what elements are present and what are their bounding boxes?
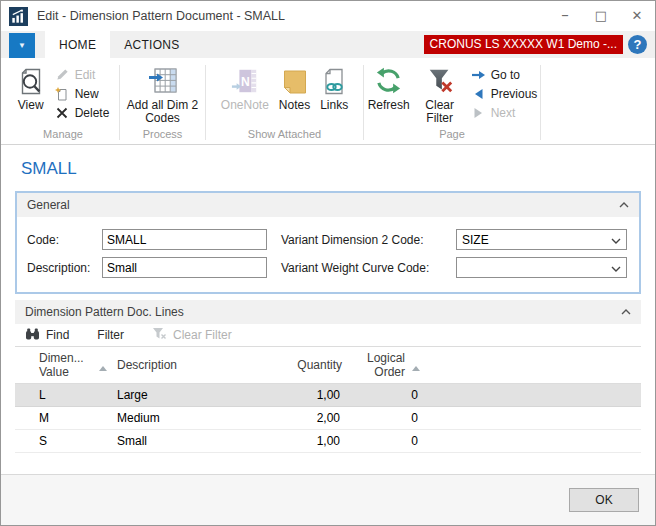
general-section: General Code: Variant Dimension 2 Code: … bbox=[15, 191, 641, 294]
cell-quantity[interactable]: 1,00 bbox=[282, 434, 342, 448]
go-to-button[interactable]: Go to bbox=[467, 65, 542, 84]
minimize-button[interactable]: – bbox=[547, 1, 583, 29]
links-button[interactable]: Links bbox=[315, 61, 353, 112]
clear-filter-line-label: Clear Filter bbox=[173, 328, 232, 342]
help-icon[interactable]: ? bbox=[628, 35, 647, 54]
sort-ascending-icon[interactable] bbox=[99, 366, 117, 371]
lines-toolbar: Find Filter Clear Filter bbox=[15, 324, 641, 347]
delete-button[interactable]: Delete bbox=[51, 103, 114, 122]
ribbon-group-process: Add all Dim 2 Codes Process bbox=[120, 61, 205, 144]
clear-filter-icon bbox=[426, 65, 454, 95]
ribbon-group-show-attached: N OneNote Notes Links Show Atta bbox=[206, 61, 363, 144]
new-button[interactable]: New bbox=[51, 84, 114, 103]
column-header-description[interactable]: Description bbox=[117, 358, 282, 372]
onenote-button-label: OneNote bbox=[221, 99, 269, 112]
go-to-arrow-icon bbox=[471, 67, 486, 82]
tab-actions[interactable]: ACTIONS bbox=[110, 31, 193, 58]
table-row[interactable]: M Medium 2,00 0 bbox=[15, 407, 641, 430]
delete-x-icon bbox=[55, 105, 70, 120]
clear-filter-line-button[interactable]: Clear Filter bbox=[152, 327, 232, 343]
cell-quantity[interactable]: 2,00 bbox=[282, 411, 342, 425]
chevron-down-icon: ▼ bbox=[18, 41, 26, 50]
sticky-note-icon bbox=[282, 65, 308, 95]
filter-label: Filter bbox=[97, 328, 124, 342]
code-input[interactable] bbox=[102, 229, 267, 250]
dialog-footer: OK bbox=[1, 474, 655, 525]
cell-description[interactable]: Medium bbox=[117, 411, 282, 425]
notes-button-label: Notes bbox=[279, 99, 310, 112]
find-button[interactable]: Find bbox=[25, 327, 69, 343]
table-row[interactable]: S Small 1,00 0 bbox=[15, 430, 641, 453]
ribbon-group-label-show-attached: Show Attached bbox=[206, 128, 363, 144]
window-controls: – □ ✕ bbox=[547, 1, 655, 29]
pencil-icon bbox=[55, 67, 70, 82]
cell-description[interactable]: Small bbox=[117, 434, 282, 448]
column-header-logical-order[interactable]: Logical Order bbox=[342, 351, 420, 379]
onenote-button[interactable]: N OneNote bbox=[216, 61, 274, 112]
tab-home[interactable]: HOME bbox=[45, 31, 110, 58]
cell-quantity[interactable]: 1,00 bbox=[282, 388, 342, 402]
application-menu-button[interactable]: ▼ bbox=[9, 33, 35, 58]
column-header-quantity[interactable]: Quantity bbox=[282, 358, 342, 372]
add-all-dim2-label: Add all Dim 2 Codes bbox=[127, 99, 199, 125]
new-document-icon bbox=[55, 86, 70, 101]
general-section-header[interactable]: General bbox=[17, 193, 639, 217]
dropdown-chevron-icon[interactable] bbox=[611, 261, 621, 275]
ok-button[interactable]: OK bbox=[569, 488, 639, 512]
cell-logical-order[interactable]: 0 bbox=[342, 388, 420, 402]
lines-section-title: Dimension Pattern Doc. Lines bbox=[25, 305, 184, 319]
maximize-button[interactable]: □ bbox=[583, 1, 619, 29]
sort-ascending-icon[interactable] bbox=[412, 366, 420, 371]
ribbon: View Edit New bbox=[1, 58, 655, 145]
view-button-label: View bbox=[18, 99, 44, 112]
code-label: Code: bbox=[27, 233, 102, 247]
dynamics-nav-app-icon bbox=[9, 7, 28, 26]
cell-logical-order[interactable]: 0 bbox=[342, 411, 420, 425]
close-button[interactable]: ✕ bbox=[619, 1, 655, 29]
cell-logical-order[interactable]: 0 bbox=[342, 434, 420, 448]
cell-description[interactable]: Large bbox=[117, 388, 282, 402]
next-button[interactable]: Next bbox=[467, 103, 542, 122]
column-header-dimension-value[interactable]: Dimen... Value bbox=[39, 351, 99, 379]
lines-section-header[interactable]: Dimension Pattern Doc. Lines bbox=[15, 300, 641, 324]
go-to-label: Go to bbox=[491, 68, 520, 82]
links-icon bbox=[321, 65, 347, 95]
table-grid-arrow-icon bbox=[148, 65, 178, 95]
view-button[interactable]: View bbox=[13, 61, 49, 112]
links-button-label: Links bbox=[320, 99, 348, 112]
binoculars-icon bbox=[25, 327, 40, 343]
table-row[interactable]: L Large 1,00 0 bbox=[15, 384, 641, 407]
previous-label: Previous bbox=[491, 87, 538, 101]
filter-button[interactable]: Filter bbox=[97, 328, 124, 342]
page-content: SMALL General Code: Variant Dimension 2 … bbox=[1, 145, 655, 474]
variant-weight-curve-code-label: Variant Weight Curve Code: bbox=[281, 261, 456, 275]
edit-button[interactable]: Edit bbox=[51, 65, 114, 84]
refresh-button[interactable]: Refresh bbox=[363, 61, 415, 112]
variant-dimension-2-code-value: SIZE bbox=[462, 233, 611, 247]
dropdown-chevron-icon[interactable] bbox=[611, 233, 621, 247]
notes-button[interactable]: Notes bbox=[274, 61, 315, 112]
collapse-chevron-icon[interactable] bbox=[619, 202, 629, 208]
cell-dimension-value[interactable]: M bbox=[39, 411, 99, 425]
ribbon-group-manage: View Edit New bbox=[7, 61, 119, 144]
previous-triangle-icon bbox=[471, 86, 486, 101]
previous-button[interactable]: Previous bbox=[467, 84, 542, 103]
collapse-chevron-icon[interactable] bbox=[621, 309, 631, 315]
description-input[interactable] bbox=[102, 257, 267, 278]
app-window: Edit - Dimension Pattern Document - SMAL… bbox=[0, 0, 656, 526]
clear-filter-button[interactable]: Clear Filter bbox=[415, 61, 465, 125]
ribbon-group-label-page: Page bbox=[364, 128, 540, 144]
next-triangle-icon bbox=[471, 105, 486, 120]
cell-dimension-value[interactable]: S bbox=[39, 434, 99, 448]
refresh-button-label: Refresh bbox=[368, 99, 410, 112]
general-fields: Code: Variant Dimension 2 Code: SIZE Des… bbox=[17, 217, 639, 292]
clear-filter-button-label: Clear Filter bbox=[420, 99, 460, 125]
new-button-label: New bbox=[75, 87, 99, 101]
lines-table-header: Dimen... Value Description Quantity Logi… bbox=[15, 347, 641, 384]
variant-weight-curve-code-select[interactable] bbox=[456, 257, 627, 278]
delete-button-label: Delete bbox=[75, 106, 110, 120]
cell-dimension-value[interactable]: L bbox=[39, 388, 99, 402]
variant-dimension-2-code-select[interactable]: SIZE bbox=[456, 229, 627, 250]
ribbon-divider bbox=[540, 65, 541, 140]
add-all-dim2-button[interactable]: Add all Dim 2 Codes bbox=[122, 61, 204, 125]
